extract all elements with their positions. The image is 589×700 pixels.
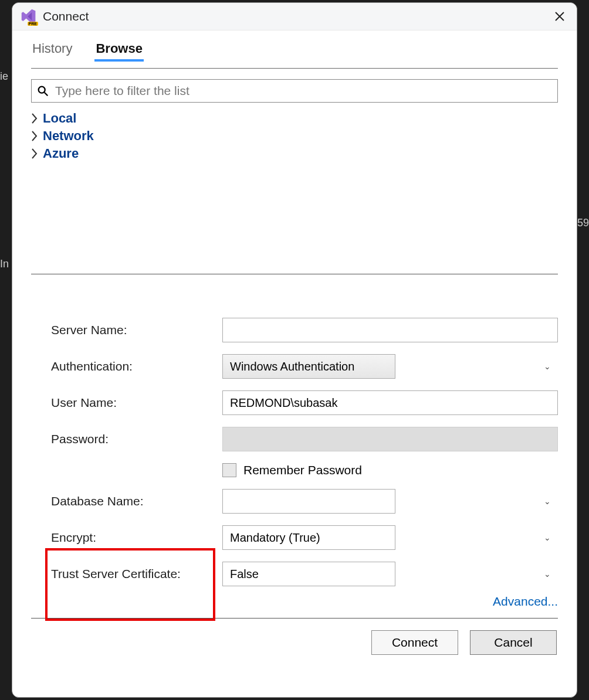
tree-label: Azure: [43, 146, 79, 161]
divider: [31, 68, 558, 69]
trust-cert-label: Trust Server Certificate:: [51, 567, 215, 581]
close-icon: [554, 11, 566, 22]
connect-dialog: PRE Connect History Browse Local Network: [12, 2, 577, 698]
encrypt-select[interactable]: [222, 525, 395, 550]
authentication-select[interactable]: [222, 354, 395, 379]
trust-cert-select[interactable]: [222, 562, 395, 586]
chevron-right-icon: [31, 131, 38, 141]
button-row: Connect Cancel: [31, 630, 558, 655]
tab-history[interactable]: History: [31, 38, 73, 61]
chevron-down-icon: ⌄: [544, 533, 551, 542]
divider: [31, 618, 558, 619]
database-name-label: Database Name:: [51, 494, 215, 508]
filter-box: [31, 79, 558, 103]
titlebar: PRE Connect: [12, 3, 577, 30]
connect-button[interactable]: Connect: [371, 630, 458, 655]
bg-snippet: ie: [0, 70, 8, 83]
cancel-button[interactable]: Cancel: [470, 630, 557, 655]
chevron-down-icon: ⌄: [544, 497, 551, 506]
bg-snippet: 59: [577, 217, 589, 229]
chevron-right-icon: [31, 148, 38, 159]
vs-logo-icon: PRE: [21, 8, 37, 25]
pre-badge: PRE: [28, 22, 38, 26]
database-name-select[interactable]: [222, 489, 395, 514]
encrypt-label: Encrypt:: [51, 531, 215, 545]
remember-password-checkbox[interactable]: [222, 463, 236, 477]
advanced-link[interactable]: Advanced...: [31, 594, 558, 609]
chevron-down-icon: ⌄: [544, 569, 551, 579]
tree-item-azure[interactable]: Azure: [31, 145, 558, 162]
user-name-label: User Name:: [51, 396, 215, 410]
tabs: History Browse: [31, 38, 558, 61]
server-tree: Local Network Azure: [31, 110, 558, 162]
tree-item-local[interactable]: Local: [31, 110, 558, 127]
dialog-title: Connect: [43, 9, 89, 23]
tree-item-network[interactable]: Network: [31, 127, 558, 145]
user-name-input[interactable]: [222, 390, 558, 415]
server-name-input[interactable]: [222, 318, 558, 342]
password-input: [222, 427, 558, 451]
remember-password-label: Remember Password: [243, 463, 362, 477]
divider: [31, 274, 558, 274]
password-label: Password:: [51, 432, 215, 446]
server-name-label: Server Name:: [51, 323, 215, 337]
chevron-down-icon: ⌄: [544, 362, 551, 371]
tree-label: Network: [43, 128, 94, 144]
filter-input[interactable]: [55, 84, 553, 98]
tree-label: Local: [43, 111, 76, 126]
tab-browse[interactable]: Browse: [94, 38, 143, 61]
authentication-label: Authentication:: [51, 359, 215, 373]
search-icon: [36, 84, 49, 97]
close-button[interactable]: [551, 8, 568, 25]
svg-line-1: [45, 93, 48, 96]
svg-point-0: [39, 87, 45, 93]
connection-form: Server Name: Authentication: ⌄ User Name…: [31, 318, 558, 586]
bg-snippet: In: [0, 258, 9, 270]
chevron-right-icon: [31, 113, 38, 124]
